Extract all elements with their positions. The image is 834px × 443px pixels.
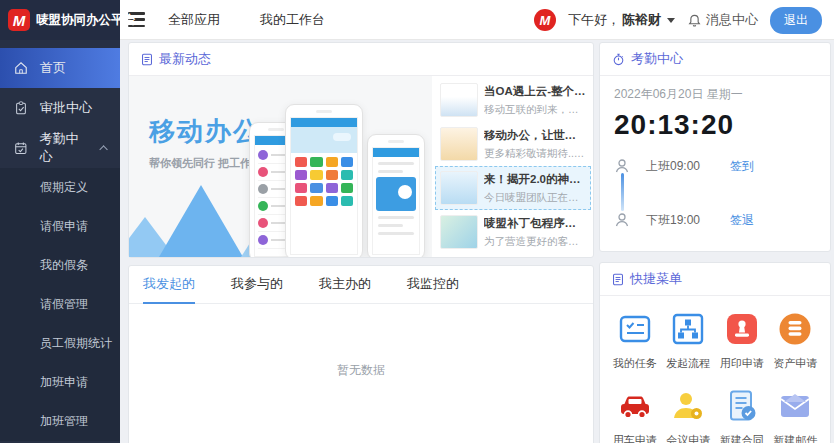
stopwatch-icon	[612, 53, 625, 66]
news-thumbnail	[440, 83, 478, 117]
sidebar-subitem-overtime-request[interactable]: 加班申请	[0, 363, 120, 402]
banner-headline: 移动办公	[149, 114, 261, 149]
top-right-cluster: M 下午好，陈裕财 消息中心 退出	[534, 0, 822, 40]
check-in-link[interactable]: 签到	[730, 158, 754, 175]
news-item-title: 唛盟补丁包程序更新	[484, 216, 586, 231]
meeting-person-icon	[669, 387, 707, 425]
phone-mockup-profile	[367, 134, 425, 257]
person-icon	[614, 212, 630, 228]
shift-label: 下班19:00	[646, 212, 700, 229]
news-item-desc: 移动互联的到来，让OA与云	[484, 103, 586, 117]
sidebar-item-approval[interactable]: 审批中心	[0, 88, 120, 128]
quick-seal-request[interactable]: 用印申请	[715, 310, 769, 371]
news-item-highlighted[interactable]: 来！揭开2.0的神秘面纱-今日唛盟团队正在加班加点，	[435, 166, 591, 210]
quick-new-mail[interactable]: 新建邮件	[769, 387, 823, 443]
sidebar-item-attendance[interactable]: 考勤中心	[0, 128, 120, 168]
shift-label: 上班09:00	[646, 158, 700, 175]
logout-button[interactable]: 退出	[770, 7, 822, 34]
news-item-desc: 为了营造更好的客户体验，唛	[484, 235, 586, 249]
quick-menu-title: 快捷菜单	[630, 270, 682, 288]
tab-hosted-by-me[interactable]: 我主办的	[319, 267, 371, 304]
brand-name: 唛盟协同办公平台	[36, 12, 136, 29]
tab-initiated-by-me[interactable]: 我发起的	[143, 267, 195, 304]
nav-my-workbench[interactable]: 我的工作台	[260, 11, 325, 29]
greeting-text: 下午好，	[568, 11, 620, 29]
attendance-submenu: 假期定义 请假申请 我的假条 请假管理 员工假期统计 加班申请 加班管理	[0, 168, 120, 441]
top-nav: 全部应用 我的工作台	[168, 0, 325, 40]
bell-icon	[687, 13, 702, 28]
sidebar-subitem-staff-holiday-stats[interactable]: 员工假期统计	[0, 324, 120, 363]
quick-menu-panel: 快捷菜单 我的任务 发起流程 用印申请 资产申请 用车申请	[599, 262, 831, 443]
quick-new-contract[interactable]: 新建合同	[715, 387, 769, 443]
news-item-desc: 更多精彩敬请期待.......	[484, 147, 586, 161]
person-icon	[614, 158, 630, 174]
sidebar-item-home[interactable]: 首页	[0, 48, 120, 88]
news-item[interactable]: 唛盟补丁包程序更新为了营造更好的客户体验，唛	[435, 210, 591, 254]
message-center[interactable]: 消息中心	[687, 11, 758, 29]
sidebar-item-label: 首页	[40, 59, 66, 77]
contract-icon	[723, 387, 761, 425]
news-thumbnail	[440, 171, 478, 205]
chevron-up-icon	[99, 145, 107, 153]
quick-label: 我的任务	[613, 356, 657, 371]
latest-news-title: 最新动态	[159, 50, 211, 68]
check-out-link[interactable]: 签退	[730, 212, 754, 229]
quick-label: 会议申请	[666, 433, 710, 443]
news-item[interactable]: 当OA遇上云-整个协同OA移动互联的到来，让OA与云	[435, 78, 591, 122]
sidebar: 首页 审批中心 考勤中心 假期定义 请假申请 我的假条 请假管理 员工假期统计 …	[0, 40, 120, 443]
calendar-icon	[14, 141, 28, 155]
news-list: 当OA遇上云-整个协同OA移动互联的到来，让OA与云 移动办公，让世界触手可更多…	[433, 76, 593, 257]
chevron-down-icon	[667, 18, 675, 23]
my-tasks-panel: 我发起的 我参与的 我主办的 我监控的 暂无数据	[128, 265, 594, 443]
tab-participated-by-me[interactable]: 我参与的	[231, 267, 283, 304]
quick-start-workflow[interactable]: 发起流程	[662, 310, 716, 371]
attendance-title: 考勤中心	[631, 50, 683, 68]
sidebar-subitem-leave-request[interactable]: 请假申请	[0, 207, 120, 246]
user-avatar[interactable]: M	[534, 9, 556, 31]
news-item-title: 当OA遇上云-整个协同OA	[484, 84, 586, 99]
sidebar-subitem-leave-manage[interactable]: 请假管理	[0, 285, 120, 324]
latest-news-body: 移动办公 帮你领先同行 把工作带出办公室 当OA遇上云	[129, 76, 593, 257]
home-icon	[14, 61, 28, 75]
sidebar-subitem-my-leave-notes[interactable]: 我的假条	[0, 246, 120, 285]
quick-label: 用车申请	[613, 433, 657, 443]
quick-vehicle-request[interactable]: 用车申请	[608, 387, 662, 443]
news-thumbnail	[440, 215, 478, 249]
quick-my-tasks[interactable]: 我的任务	[608, 310, 662, 371]
quick-label: 资产申请	[773, 356, 817, 371]
news-thumbnail	[440, 127, 478, 161]
quick-label: 新建邮件	[773, 433, 817, 443]
username: 陈裕财	[622, 11, 661, 29]
document-icon	[141, 53, 153, 66]
quick-menu-grid: 我的任务 发起流程 用印申请 资产申请 用车申请 会议申请	[600, 296, 830, 443]
app-window: 全部应用 我的工作台 M 下午好，陈裕财 消息中心 退出 M 唛盟协同办公平台 …	[0, 0, 834, 443]
quick-label: 新建合同	[720, 433, 764, 443]
mail-icon	[776, 387, 814, 425]
phone-app-grid	[291, 153, 357, 210]
tab-monitored-by-me[interactable]: 我监控的	[407, 267, 459, 304]
attendance-date: 2022年06月20日 星期一	[614, 86, 816, 103]
news-item-desc: 今日唛盟团队正在加班加点，	[484, 191, 586, 205]
user-menu[interactable]: 下午好，陈裕财	[568, 11, 675, 29]
news-item[interactable]: 移动办公，让世界触手可更多精彩敬请期待.......	[435, 122, 591, 166]
news-item-title: 来！揭开2.0的神秘面纱-	[484, 172, 586, 187]
tasks-icon	[616, 310, 654, 348]
brand: M 唛盟协同办公平台	[0, 0, 120, 40]
car-icon	[616, 387, 654, 425]
empty-state-text: 暂无数据	[129, 304, 593, 379]
quick-asset-request[interactable]: 资产申请	[769, 310, 823, 371]
quick-menu-header: 快捷菜单	[600, 263, 830, 296]
mountain-shape	[159, 185, 243, 257]
stamp-icon	[723, 310, 761, 348]
quick-meeting-request[interactable]: 会议申请	[662, 387, 716, 443]
clipboard-icon	[14, 101, 28, 115]
document-icon	[612, 273, 624, 286]
attendance-timeline: 上班09:00 签到 下班19:00 签退	[614, 153, 816, 233]
sidebar-subitem-holiday-define[interactable]: 假期定义	[0, 168, 120, 207]
nav-all-apps[interactable]: 全部应用	[168, 11, 220, 29]
news-item-title: 移动办公，让世界触手可	[484, 128, 586, 143]
quick-label: 用印申请	[720, 356, 764, 371]
sidebar-subitem-overtime-manage[interactable]: 加班管理	[0, 402, 120, 441]
mobile-office-banner[interactable]: 移动办公 帮你领先同行 把工作带出办公室	[129, 76, 432, 257]
latest-news-panel: 最新动态 移动办公 帮你领先同行 把工作带出办公室	[128, 42, 594, 258]
